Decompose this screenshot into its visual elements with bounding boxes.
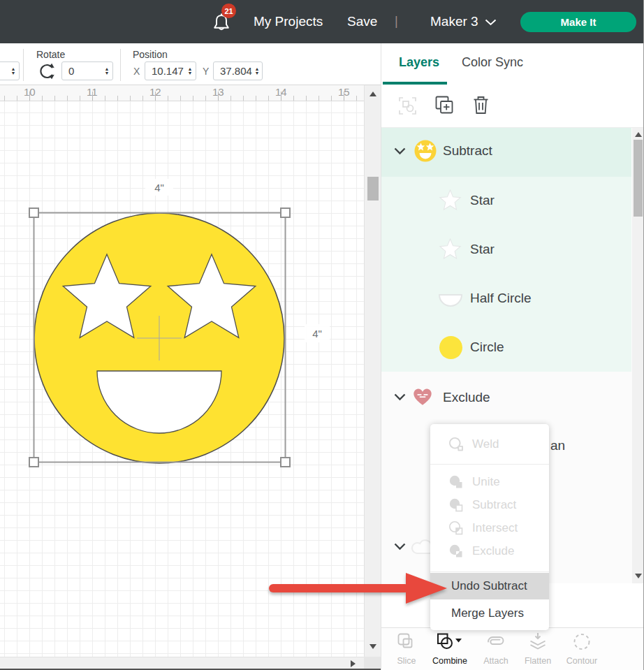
machine-selector[interactable]: Maker 3 (430, 0, 478, 43)
combine-icon (436, 632, 464, 651)
height-dimension-label: 4" (305, 324, 330, 342)
menu-item-label: Unite (472, 475, 500, 489)
weld-icon (448, 437, 464, 452)
tab-color-sync[interactable]: Color Sync (462, 55, 523, 70)
layer-item-circle[interactable]: Circle (381, 323, 631, 372)
half-circle-shape-icon (437, 293, 464, 308)
selection-handle-bottom-right[interactable] (281, 458, 290, 467)
combine-button[interactable]: Combine (429, 632, 471, 666)
layer-group-exclude[interactable]: Exclude (381, 372, 631, 422)
header: 21 My Projects Save | Maker 3 Make It (0, 0, 644, 43)
make-it-button[interactable]: Make It (520, 12, 636, 32)
star-struck-emoji-icon (414, 139, 437, 163)
star-shape-icon (437, 238, 463, 263)
menu-item-weld[interactable]: Weld (430, 429, 549, 460)
header-divider: | (395, 0, 398, 42)
selection-handle-top-left[interactable] (29, 208, 38, 217)
menu-item-label: Intersect (472, 521, 518, 535)
stepper-arrows[interactable]: ▲▼ (8, 67, 19, 75)
layer-actions-row (381, 85, 644, 128)
slice-icon (397, 632, 416, 651)
scroll-down-icon[interactable] (369, 644, 376, 649)
y-label: Y (203, 66, 209, 77)
toolbar-divider (120, 49, 121, 81)
attach-button[interactable]: Attach (475, 632, 517, 666)
layer-group-subtract[interactable]: Subtract (381, 128, 631, 177)
contour-button[interactable]: Contour (561, 632, 603, 666)
menu-item-label: Weld (472, 437, 499, 451)
selection-handle-bottom-left[interactable] (29, 458, 38, 467)
layer-item-star-1[interactable]: Star (381, 177, 631, 226)
slice-button[interactable]: Slice (386, 632, 427, 666)
menu-item-intersect[interactable]: Intersect (430, 516, 549, 539)
flatten-button[interactable]: Flatten (517, 632, 559, 666)
vertical-scroll-thumb[interactable] (367, 177, 379, 201)
group-icon[interactable] (398, 96, 417, 115)
menu-divider (430, 464, 549, 465)
notifications-button[interactable]: 21 (212, 12, 234, 36)
cricut-design-space-window: 21 My Projects Save | Maker 3 Make It ▲▼… (0, 0, 644, 670)
panel-scroll-thumb[interactable] (634, 140, 643, 217)
canvas-horizontal-scrollbar[interactable] (0, 657, 364, 669)
attach-icon (485, 632, 506, 651)
toolbar-divider (23, 49, 24, 81)
layer-item-star-2[interactable]: Star (381, 226, 631, 275)
flatten-icon (528, 632, 548, 651)
duplicate-icon[interactable] (434, 95, 454, 115)
scroll-up-icon[interactable] (369, 92, 376, 96)
intersect-icon (448, 520, 464, 536)
menu-item-label: Subtract (472, 498, 516, 512)
trash-icon[interactable] (472, 95, 490, 115)
menu-item-unite[interactable]: Unite (430, 470, 549, 493)
active-tab-underline (383, 82, 447, 85)
x-stepper-arrows[interactable]: ▲▼ (184, 67, 196, 75)
bottom-toolbar: Slice Combine Attach (381, 627, 644, 670)
chevron-down-icon[interactable] (394, 543, 406, 551)
scrollbar-corner (364, 657, 381, 669)
layer-name: Star (470, 242, 495, 257)
position-x-input[interactable]: 10.147 ▲▼ (145, 61, 196, 80)
menu-item-label: Undo Subtract (451, 579, 527, 593)
layer-name-partial: an (550, 438, 565, 453)
rotate-label: Rotate (36, 49, 65, 60)
x-label: X (133, 66, 140, 77)
yellow-circle-shape-icon (439, 336, 462, 359)
chevron-down-icon[interactable] (394, 393, 406, 401)
red-annotation-arrow (264, 570, 450, 606)
rotate-input[interactable]: 0 ▲▼ (61, 61, 113, 80)
save-button[interactable]: Save (347, 0, 377, 43)
chevron-down-icon[interactable] (485, 19, 497, 26)
menu-item-label: Exclude (472, 544, 514, 558)
position-label: Position (133, 49, 168, 60)
selection-handle-top-right[interactable] (281, 208, 290, 217)
my-projects-link[interactable]: My Projects (254, 0, 323, 43)
notification-badge: 21 (221, 3, 236, 18)
width-dimension-label: 4" (145, 179, 173, 196)
position-y-input[interactable]: 37.804 ▲▼ (213, 61, 263, 80)
contour-icon (572, 632, 592, 651)
size-input-partial[interactable]: ▲▼ (0, 61, 20, 80)
unite-icon (448, 474, 464, 490)
subtract-icon (448, 497, 464, 513)
scroll-down-icon[interactable] (635, 574, 642, 578)
y-stepper-arrows[interactable]: ▲▼ (252, 67, 262, 75)
menu-item-label: Merge Layers (451, 606, 524, 620)
layer-name: Circle (470, 340, 504, 355)
chevron-down-icon[interactable] (394, 147, 406, 155)
layer-name: Half Circle (470, 291, 532, 306)
scroll-up-icon[interactable] (635, 132, 642, 137)
subtract-children: Star Star Half Circle Circle (381, 177, 631, 372)
panel-scrollbar[interactable] (632, 128, 644, 583)
menu-item-subtract[interactable]: Subtract (430, 493, 549, 516)
scroll-right-icon[interactable] (351, 660, 356, 667)
layer-group-name: Subtract (443, 143, 492, 159)
layer-item-half-circle[interactable]: Half Circle (381, 275, 631, 323)
layer-name: Star (470, 193, 495, 208)
tab-layers[interactable]: Layers (399, 55, 439, 70)
layer-group-name: Exclude (443, 390, 490, 405)
rotate-icon[interactable] (37, 62, 56, 80)
rotate-stepper-arrows[interactable]: ▲▼ (101, 67, 112, 75)
caret-down-icon (455, 639, 462, 643)
menu-item-exclude[interactable]: Exclude (430, 539, 549, 562)
edit-toolbar: ▲▼ Rotate 0 ▲▼ Position X 10.147 ▲▼ Y 37… (0, 43, 381, 85)
